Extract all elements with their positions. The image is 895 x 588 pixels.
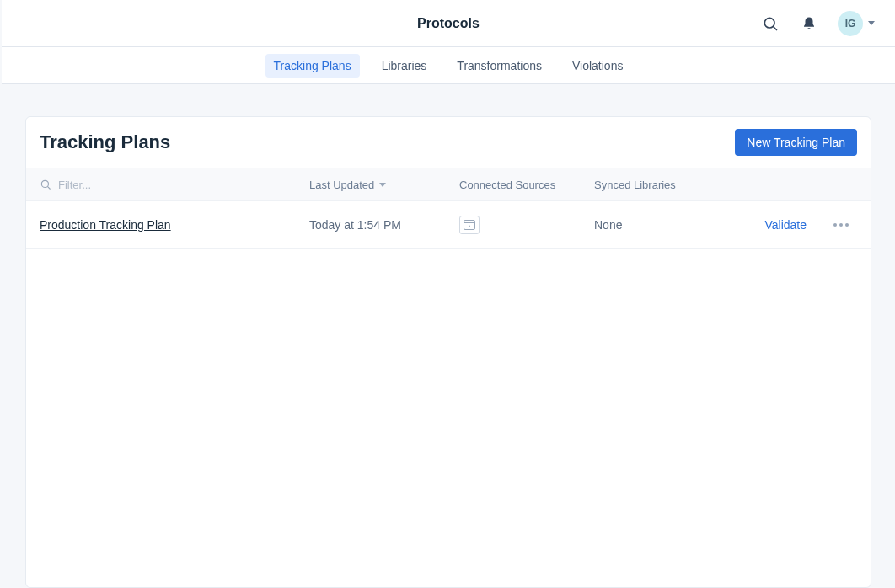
- last-updated-value: Today at 1:54 PM: [309, 218, 401, 232]
- validate-button[interactable]: Validate: [764, 218, 807, 232]
- tab-tracking-plans[interactable]: Tracking Plans: [265, 54, 360, 78]
- svg-point-6: [469, 225, 470, 227]
- svg-rect-4: [464, 220, 475, 229]
- tab-transformations[interactable]: Transformations: [448, 54, 550, 78]
- search-icon: [40, 179, 51, 190]
- avatar: IG: [838, 11, 863, 36]
- filter-input[interactable]: [56, 178, 309, 192]
- svg-line-3: [48, 187, 51, 190]
- sort-desc-icon: [379, 183, 386, 187]
- svg-line-1: [774, 26, 777, 29]
- topbar: Protocols IG: [2, 0, 895, 47]
- notifications-icon[interactable]: [799, 13, 819, 34]
- synced-libraries-value: None: [594, 218, 622, 232]
- connected-source-icon[interactable]: [459, 216, 480, 234]
- user-menu[interactable]: IG: [838, 11, 875, 36]
- search-icon[interactable]: [760, 13, 780, 34]
- page-title: Protocols: [190, 16, 706, 31]
- column-label: Last Updated: [309, 179, 374, 191]
- column-last-updated[interactable]: Last Updated: [309, 179, 459, 191]
- column-synced-libraries: Synced Libraries: [594, 179, 729, 191]
- tracking-plan-link[interactable]: Production Tracking Plan: [40, 218, 171, 232]
- subtabs: Tracking Plans Libraries Transformations…: [2, 47, 895, 84]
- column-connected-sources: Connected Sources: [459, 179, 594, 191]
- card-title: Tracking Plans: [40, 131, 170, 153]
- new-tracking-plan-button[interactable]: New Tracking Plan: [735, 129, 857, 156]
- tracking-plans-card: Tracking Plans New Tracking Plan: [25, 116, 871, 588]
- chevron-down-icon: [868, 21, 875, 25]
- page-body: Tracking Plans New Tracking Plan: [2, 84, 895, 588]
- more-actions-icon[interactable]: [830, 220, 852, 230]
- tab-violations[interactable]: Violations: [564, 54, 631, 78]
- tab-libraries[interactable]: Libraries: [373, 54, 436, 78]
- table-row: Production Tracking Plan Today at 1:54 P…: [26, 201, 871, 249]
- table-header: Last Updated Connected Sources Synced Li…: [26, 168, 871, 201]
